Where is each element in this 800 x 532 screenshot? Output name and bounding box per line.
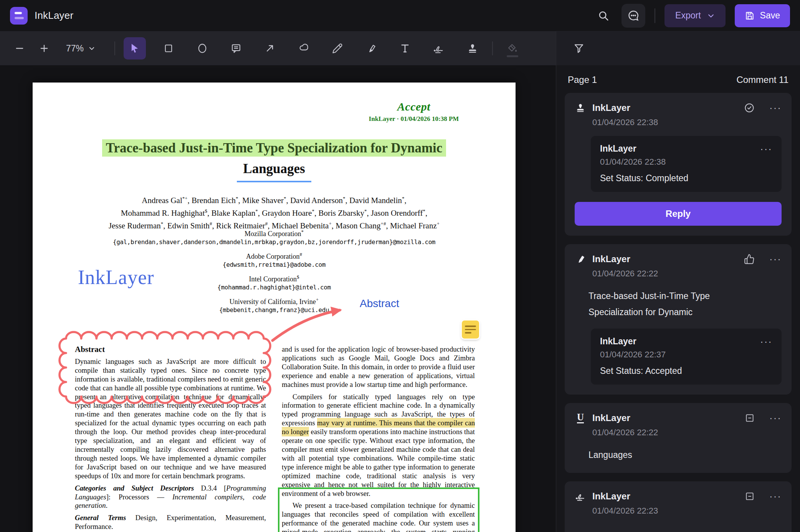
sticky-note-icon[interactable] (462, 321, 479, 339)
more-options-button[interactable]: ··· (769, 494, 782, 498)
square-minus-icon (745, 491, 755, 501)
pencil-tool[interactable] (326, 37, 349, 59)
affiliation-block: University of California, Irvine+ {mbebe… (82, 296, 466, 314)
filter-comments-button[interactable] (570, 40, 588, 57)
ellipsis-icon: ··· (769, 106, 782, 110)
zoom-in-button[interactable] (33, 37, 55, 59)
sidebar-toolbar (556, 31, 800, 65)
title-underline-annotation[interactable]: Languages (237, 160, 311, 182)
ellipsis-icon: ··· (760, 147, 772, 151)
reply-author: InkLayer (600, 336, 636, 347)
signature-tool[interactable] (428, 37, 450, 59)
comment-author: InkLayer (592, 491, 630, 502)
more-options-button[interactable]: ··· (769, 106, 782, 110)
comment-body-line: Languages (588, 447, 782, 463)
search-icon (598, 10, 609, 21)
pdf-page: Accept InkLayer · 01/04/2026 10:38 PM Tr… (33, 83, 516, 532)
ellipse-icon (197, 43, 208, 54)
toolbar-divider (492, 41, 493, 55)
comment-timestamp: 01/04/2026 22:23 (592, 506, 782, 516)
green-rectangle-annotation[interactable] (278, 487, 479, 532)
title-highlight-annotation[interactable]: Trace-based Just-in-Time Type Specializa… (102, 139, 446, 157)
search-button[interactable] (595, 7, 612, 25)
stamp-icon (467, 43, 478, 54)
thumbs-up-icon (744, 254, 755, 264)
square-minus-icon (745, 413, 755, 423)
select-tool[interactable] (124, 37, 146, 59)
diagonal-arrow-icon (264, 43, 275, 54)
collapse-button[interactable] (745, 413, 755, 423)
comment-author: InkLayer (592, 254, 630, 264)
fill-color-tool[interactable] (501, 37, 524, 59)
comment-card-stamp[interactable]: InkLayer ··· 01/04/2026 22:38 InkLayer · (565, 93, 792, 236)
more-options-button[interactable]: ··· (769, 416, 782, 420)
comment-card-highlight[interactable]: InkLayer ··· 01/04/2026 22:22 Trace-base… (565, 244, 792, 395)
cloud-icon (298, 43, 309, 54)
rectangle-tool[interactable] (157, 37, 180, 59)
reply-button[interactable]: Reply (575, 202, 782, 226)
ellipse-tool[interactable] (191, 37, 213, 59)
arrow-tool[interactable] (259, 37, 281, 59)
comment-card-signature[interactable]: InkLayer ··· 01/04/2026 22:23 (565, 481, 792, 532)
save-label: Save (760, 10, 780, 21)
abstract-heading: Abstract (75, 345, 266, 354)
highlighter-icon (366, 43, 377, 54)
comment-timestamp: 01/04/2026 22:38 (592, 117, 782, 127)
author-list: Andreas Gal*+, Brendan Eich*, Mike Shave… (33, 193, 516, 231)
ellipsis-icon: ··· (769, 416, 782, 420)
reply-timestamp: 01/04/2026 22:38 (600, 157, 772, 167)
author-line: Mohammad R. Haghighat$, Blake Kaplan*, G… (33, 206, 516, 218)
comment-tool[interactable] (225, 37, 247, 59)
categories-line: Categories and Subject Descriptors D.3.4… (75, 484, 266, 511)
affiliation-email: {gal,brendan,shaver,danderson,dmandelin,… (82, 238, 466, 246)
page-label: Page 1 (568, 74, 597, 85)
comment-author: InkLayer (592, 413, 630, 423)
comment-card-underline[interactable]: U InkLayer ··· 01/04/2026 22:22 Language… (565, 403, 792, 473)
like-button[interactable] (744, 254, 755, 264)
left-column: Abstract Dynamic languages such as JavaS… (75, 345, 266, 532)
cloud-tool[interactable] (293, 37, 315, 59)
reply-bubble: InkLayer ··· 01/04/2026 22:37 Set Status… (591, 329, 782, 385)
zoom-out-button[interactable] (8, 37, 31, 59)
affiliation-org: Mozilla Corporation* (82, 228, 466, 238)
paper-title: Trace-based Just-in-Time Type Specializa… (33, 139, 516, 182)
text-tool[interactable] (394, 37, 416, 59)
fill-color-swatch (507, 55, 518, 57)
save-button[interactable]: Save (735, 4, 790, 27)
more-options-button[interactable]: ··· (760, 340, 772, 344)
comments-panel: Page 1 Comment 11 InkLayer (556, 65, 800, 532)
abstract-callout-annotation[interactable]: Abstract (360, 297, 399, 310)
collapse-button[interactable] (745, 491, 755, 501)
accept-stamp-annotation[interactable]: Accept InkLayer · 01/04/2026 10:38 PM (350, 100, 477, 123)
plus-icon (39, 43, 50, 54)
resolve-button[interactable] (744, 102, 755, 113)
comment-author: InkLayer (592, 102, 630, 113)
app-logo-icon (10, 7, 28, 25)
paint-bucket-icon (507, 43, 518, 54)
document-canvas[interactable]: Accept InkLayer · 01/04/2026 10:38 PM Tr… (0, 65, 556, 532)
comment-body-line: Specialization for Dynamic (588, 304, 782, 320)
body-paragraph: and is used for the application logic of… (282, 345, 475, 389)
abstract-paragraph: Dynamic languages such as JavaScript are… (75, 357, 266, 481)
affiliation-org: University of California, Irvine+ (82, 296, 466, 306)
topbar: InkLayer Export (0, 0, 800, 31)
stamp-icon (575, 102, 586, 114)
stamp-meta-text: InkLayer · 01/04/2026 10:38 PM (350, 115, 477, 123)
more-options-button[interactable]: ··· (760, 147, 772, 151)
highlighter-icon (575, 253, 586, 265)
zoom-level-dropdown[interactable]: 77% (66, 43, 95, 54)
export-button[interactable]: Export (664, 4, 725, 27)
stamp-tool[interactable] (461, 37, 484, 59)
more-options-button[interactable]: ··· (769, 257, 782, 261)
comments-toggle-button[interactable] (621, 4, 645, 28)
affiliation-org: Adobe Corporation# (82, 250, 466, 261)
general-terms-line: General Terms Design, Experimentation, M… (75, 514, 266, 531)
signature-icon (433, 43, 445, 54)
highlighter-tool[interactable] (360, 37, 382, 59)
reply-bubble: InkLayer ··· 01/04/2026 22:38 Set Status… (591, 136, 782, 192)
reply-author: InkLayer (600, 144, 636, 154)
comment-icon (231, 43, 241, 54)
app-window: InkLayer Export (0, 0, 800, 532)
reply-text: Set Status: Completed (600, 173, 772, 183)
affiliation-block: Mozilla Corporation* {gal,brendan,shaver… (82, 228, 466, 246)
